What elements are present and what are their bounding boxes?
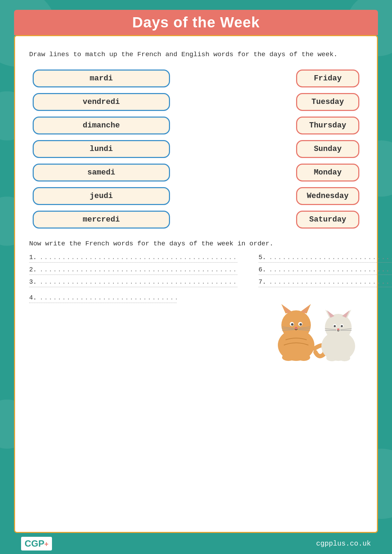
svg-point-1: [281, 310, 311, 340]
cgp-logo: CGP+: [21, 537, 52, 550]
line-number-5: 5.: [259, 254, 266, 261]
lines-left: 4. .....................................…: [29, 294, 264, 303]
writing-instructions: Now write the French words for the days …: [29, 240, 363, 248]
svg-point-34: [326, 355, 338, 361]
svg-point-27: [334, 325, 336, 327]
svg-point-29: [337, 328, 340, 330]
writing-line-1[interactable]: 1. .....................................…: [29, 254, 237, 263]
header-bar: Days of the Week: [14, 10, 378, 35]
english-word-sunday[interactable]: Sunday: [296, 140, 359, 158]
line-number-2: 2.: [29, 266, 37, 273]
english-word-thursday[interactable]: Thursday: [296, 117, 359, 134]
writing-line-5[interactable]: 5. .....................................…: [259, 254, 392, 263]
english-word-saturday[interactable]: Saturday: [296, 211, 359, 229]
writing-line-4[interactable]: 4. .....................................…: [29, 294, 177, 303]
cats-illustration: [264, 294, 363, 364]
writing-line-7[interactable]: 7. .....................................…: [259, 278, 392, 287]
matching-instructions: Draw lines to match up the French and En…: [29, 50, 363, 60]
line-number-1: 1.: [29, 254, 37, 261]
writing-lines-grid: 1. .....................................…: [29, 254, 363, 287]
french-word-dimanche[interactable]: dimanche: [33, 117, 170, 134]
line-dots-1: ........................................…: [40, 254, 237, 261]
line-dots-7: ........................................…: [269, 278, 392, 285]
line-dots-3: ........................................…: [40, 278, 237, 285]
english-column: Friday Tuesday Thursday Sunday Monday We…: [222, 70, 359, 229]
writing-line-6[interactable]: 6. .....................................…: [259, 266, 392, 275]
writing-line-2[interactable]: 2. .....................................…: [29, 266, 237, 275]
french-word-mercredi[interactable]: mercredi: [33, 211, 170, 229]
french-word-jeudi[interactable]: jeudi: [33, 187, 170, 205]
line-number-6: 6.: [259, 266, 266, 273]
line-number-3: 3.: [29, 278, 37, 285]
writing-line-3[interactable]: 3. .....................................…: [29, 278, 237, 287]
french-word-lundi[interactable]: lundi: [33, 140, 170, 158]
bottom-section: 4. .....................................…: [29, 294, 363, 364]
main-container: Draw lines to match up the French and En…: [14, 35, 378, 533]
svg-point-9: [300, 323, 302, 325]
svg-point-8: [291, 323, 294, 325]
french-word-mardi[interactable]: mardi: [33, 70, 170, 87]
line-number-4: 4.: [29, 294, 37, 301]
svg-point-17: [282, 354, 295, 361]
line-dots-4: ........................................…: [40, 294, 177, 301]
line-dots-6: ........................................…: [269, 266, 392, 273]
english-word-wednesday[interactable]: Wednesday: [296, 187, 359, 205]
french-word-samedi[interactable]: samedi: [33, 164, 170, 182]
svg-point-18: [298, 354, 310, 361]
cats-svg: [264, 294, 363, 364]
footer-bar: CGP+ cgpplus.co.uk: [14, 533, 378, 554]
website-url: cgpplus.co.uk: [316, 540, 371, 548]
line-dots-5: ........................................…: [269, 254, 392, 261]
svg-point-10: [295, 327, 298, 329]
line-dots-2: ........................................…: [40, 266, 237, 273]
svg-point-28: [341, 325, 343, 327]
svg-point-20: [325, 314, 352, 341]
svg-point-35: [339, 355, 350, 361]
french-column: mardi vendredi dimanche lundi samedi jeu…: [33, 70, 170, 229]
english-word-tuesday[interactable]: Tuesday: [296, 93, 359, 111]
french-word-vendredi[interactable]: vendredi: [33, 93, 170, 111]
matching-area: mardi vendredi dimanche lundi samedi jeu…: [29, 70, 363, 229]
line-number-7: 7.: [259, 278, 266, 285]
english-word-monday[interactable]: Monday: [296, 164, 359, 182]
page-title: Days of the Week: [132, 14, 260, 31]
english-word-friday[interactable]: Friday: [296, 70, 359, 87]
